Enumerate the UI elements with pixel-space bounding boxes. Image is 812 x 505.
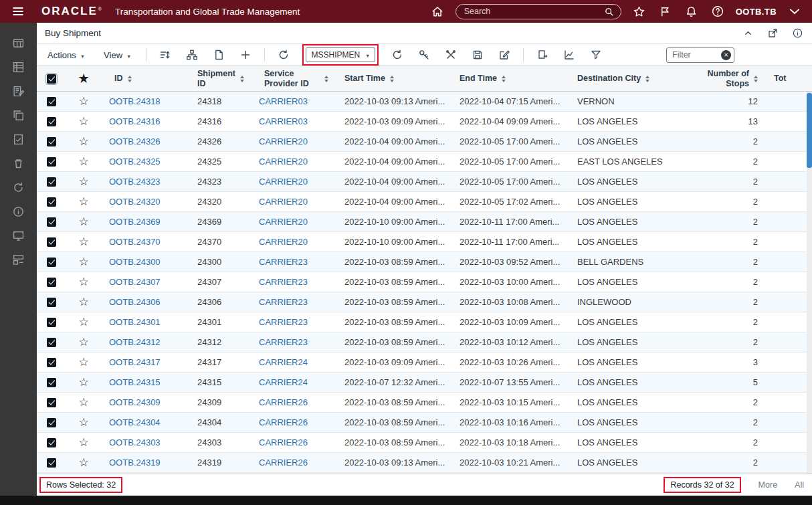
shipment-link[interactable]: OOTB.24317 <box>109 357 161 367</box>
chart-icon[interactable] <box>561 47 577 63</box>
sort-columns-icon[interactable] <box>157 47 173 63</box>
column-header-shipment-id[interactable]: Shipment ID <box>189 66 251 91</box>
column-header-destination-city[interactable]: Destination City <box>569 66 694 91</box>
table-row[interactable]: OOTB.24325 24325 CARRIER20 2022-10-04 09… <box>37 152 812 172</box>
service-provider-link[interactable]: CARRIER24 <box>259 377 308 387</box>
shipment-link[interactable]: OOTB.24325 <box>109 157 161 167</box>
star-outline-icon[interactable] <box>78 96 88 107</box>
shipment-link[interactable]: OOTB.24316 <box>109 116 161 126</box>
table-row[interactable]: OOTB.24315 24315 CARRIER24 2022-10-07 12… <box>37 373 812 393</box>
column-header-id[interactable]: ID <box>101 66 189 91</box>
search-icon[interactable] <box>603 5 615 17</box>
table-icon[interactable] <box>0 55 37 79</box>
service-provider-link[interactable]: CARRIER20 <box>259 157 308 167</box>
user-chevron-down-icon[interactable] <box>787 3 803 19</box>
row-checkbox[interactable] <box>47 177 56 187</box>
row-checkbox[interactable] <box>47 157 56 167</box>
column-header-number-of-stops[interactable]: Number of Stops <box>694 66 766 91</box>
shipment-link[interactable]: OOTB.24318 <box>109 96 161 106</box>
sort-icon[interactable] <box>754 76 758 82</box>
reload-icon[interactable] <box>276 47 292 63</box>
view-menu-button[interactable]: View <box>100 50 135 60</box>
shipment-link[interactable]: OOTB.24315 <box>109 377 161 387</box>
service-provider-link[interactable]: CARRIER20 <box>259 136 308 146</box>
refresh-icon[interactable] <box>389 47 405 63</box>
help-icon[interactable] <box>710 3 726 19</box>
copy-icon[interactable] <box>0 103 37 127</box>
star-outline-icon[interactable] <box>78 216 88 227</box>
star-outline-icon[interactable] <box>78 437 88 448</box>
open-in-new-window-icon[interactable] <box>766 27 779 40</box>
trash-icon[interactable] <box>0 151 37 175</box>
row-checkbox[interactable] <box>47 298 56 307</box>
star-outline-icon[interactable] <box>78 136 88 147</box>
table-row[interactable]: OOTB.24319 24319 CARRIER26 2022-10-03 09… <box>37 453 812 473</box>
user-menu-label[interactable]: OOTB.TB <box>736 7 777 17</box>
star-outline-icon[interactable] <box>78 357 88 368</box>
service-provider-link[interactable]: CARRIER26 <box>259 437 308 447</box>
row-checkbox[interactable] <box>47 418 56 427</box>
search-input[interactable] <box>464 7 603 16</box>
star-outline-icon[interactable] <box>78 336 88 348</box>
sort-icon[interactable] <box>128 76 132 82</box>
service-provider-link[interactable]: CARRIER23 <box>259 317 308 327</box>
shipment-link[interactable]: OOTB.24309 <box>109 397 161 407</box>
sort-icon[interactable] <box>645 76 649 82</box>
service-provider-link[interactable]: CARRIER03 <box>259 116 308 126</box>
export-icon[interactable] <box>534 47 550 63</box>
shipment-link[interactable]: OOTB.24326 <box>109 136 161 146</box>
form-edit-icon[interactable] <box>0 79 37 103</box>
table-row[interactable]: OOTB.24320 24320 CARRIER20 2022-10-04 09… <box>37 192 812 212</box>
filter-funnel-icon[interactable] <box>588 47 604 63</box>
refresh-icon[interactable] <box>0 175 37 199</box>
tools-icon[interactable] <box>443 47 459 63</box>
row-checkbox[interactable] <box>47 97 56 106</box>
info-icon[interactable] <box>0 199 37 223</box>
service-provider-link[interactable]: CARRIER23 <box>259 277 308 287</box>
document-check-icon[interactable] <box>0 127 37 151</box>
row-checkbox[interactable] <box>47 458 56 468</box>
table-row[interactable]: OOTB.24300 24300 CARRIER23 2022-10-03 08… <box>37 252 812 272</box>
shipment-link[interactable]: OOTB.24312 <box>109 337 161 347</box>
monitor-icon[interactable] <box>0 223 37 247</box>
table-row[interactable]: OOTB.24301 24301 CARRIER23 2022-10-03 08… <box>37 312 812 332</box>
sort-icon[interactable] <box>324 76 328 82</box>
collapse-panel-icon[interactable] <box>741 27 754 40</box>
shipment-link[interactable]: OOTB.24306 <box>109 297 161 307</box>
service-provider-link[interactable]: CARRIER23 <box>259 297 308 307</box>
service-provider-link[interactable]: CARRIER23 <box>259 337 308 347</box>
add-icon[interactable] <box>237 47 253 63</box>
star-outline-icon[interactable] <box>78 256 88 268</box>
shipment-link[interactable]: OOTB.24307 <box>109 277 161 287</box>
sort-icon[interactable] <box>240 76 244 82</box>
service-provider-link[interactable]: CARRIER20 <box>259 217 308 227</box>
row-checkbox[interactable] <box>47 378 56 387</box>
all-records-button[interactable]: All <box>795 480 804 490</box>
service-provider-link[interactable]: CARRIER24 <box>259 357 308 367</box>
shipment-link[interactable]: OOTB.24300 <box>109 257 161 267</box>
service-provider-link[interactable]: CARRIER20 <box>259 197 308 207</box>
table-row[interactable]: OOTB.24326 24326 CARRIER20 2022-10-04 09… <box>37 132 812 152</box>
row-checkbox[interactable] <box>47 358 56 367</box>
favorites-star-icon[interactable] <box>631 3 647 19</box>
grid-icon[interactable] <box>0 31 37 55</box>
table-row[interactable]: OOTB.24312 24312 CARRIER23 2022-10-03 08… <box>37 332 812 352</box>
star-outline-icon[interactable] <box>78 296 88 308</box>
star-outline-icon[interactable] <box>78 377 88 388</box>
column-header-end-time[interactable]: End Time <box>451 66 569 91</box>
shipment-link[interactable]: OOTB.24304 <box>109 417 161 427</box>
shipment-link[interactable]: OOTB.24301 <box>109 317 161 327</box>
star-outline-icon[interactable] <box>78 176 88 187</box>
save-icon[interactable] <box>470 47 486 63</box>
filter-input[interactable] <box>672 50 721 60</box>
shipment-link[interactable]: OOTB.24323 <box>109 177 161 187</box>
column-header-service-provider-id[interactable]: Service Provider ID <box>251 66 336 91</box>
page-info-icon[interactable] <box>791 27 804 40</box>
shipment-link[interactable]: OOTB.24320 <box>109 197 161 207</box>
star-outline-icon[interactable] <box>78 397 88 408</box>
sort-icon[interactable] <box>390 76 394 82</box>
table-row[interactable]: OOTB.24303 24303 CARRIER26 2022-10-03 08… <box>37 433 812 453</box>
row-checkbox[interactable] <box>47 318 56 327</box>
service-provider-link[interactable]: CARRIER23 <box>259 257 308 267</box>
row-checkbox[interactable] <box>47 217 56 227</box>
